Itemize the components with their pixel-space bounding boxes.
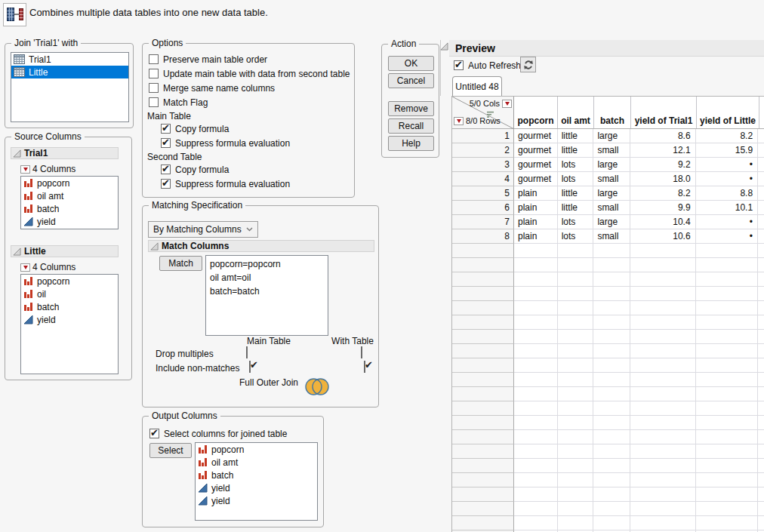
column-item[interactable]: oil amt: [196, 456, 317, 469]
cell[interactable]: [558, 358, 594, 373]
update-main-table-checkbox[interactable]: [149, 69, 159, 78]
cell[interactable]: [558, 487, 594, 502]
cell[interactable]: [514, 244, 558, 258]
cell[interactable]: small: [593, 172, 630, 186]
cell[interactable]: [514, 430, 558, 444]
source-columns-list-little[interactable]: popcornoilbatchyield: [20, 274, 119, 374]
matching-method-dropdown[interactable]: By Matching Columns: [148, 221, 258, 238]
cell[interactable]: 10.6: [630, 229, 695, 244]
cell[interactable]: [696, 444, 759, 459]
cell[interactable]: plain: [514, 215, 558, 229]
cell[interactable]: [514, 387, 558, 401]
output-columns-list[interactable]: popcornoil amtbatchyieldyield: [195, 442, 318, 521]
main-copy-formula-checkbox[interactable]: [161, 124, 171, 134]
preserve-main-table-order-checkbox[interactable]: [149, 54, 159, 64]
preview-col-header[interactable]: yield of Trial1: [631, 97, 697, 128]
row-number[interactable]: [452, 416, 514, 430]
cell[interactable]: [630, 330, 695, 344]
select-columns-checkbox[interactable]: [149, 429, 159, 438]
cell[interactable]: [558, 373, 594, 387]
column-item[interactable]: yield: [21, 215, 118, 228]
row-number[interactable]: 6: [452, 201, 514, 215]
cell[interactable]: [593, 244, 630, 258]
cell[interactable]: [630, 502, 695, 516]
match-columns-header[interactable]: Match Columns: [148, 240, 374, 252]
refresh-button[interactable]: [520, 57, 536, 72]
preview-col-header[interactable]: oil amt: [558, 97, 594, 128]
cell[interactable]: [514, 287, 558, 301]
preview-col-header[interactable]: batch: [594, 97, 631, 128]
cell[interactable]: [593, 473, 630, 487]
column-item[interactable]: oil: [21, 288, 118, 300]
row-number[interactable]: [452, 401, 514, 416]
cell[interactable]: [630, 473, 695, 487]
row-number[interactable]: [452, 315, 514, 330]
row-number[interactable]: 2: [452, 143, 514, 158]
cell[interactable]: [696, 516, 759, 530]
cell[interactable]: [558, 258, 594, 272]
cell[interactable]: [593, 430, 630, 444]
cell[interactable]: [593, 387, 630, 401]
preview-col-header[interactable]: popcorn: [514, 97, 558, 128]
second-copy-formula-checkbox[interactable]: [161, 165, 171, 174]
cell[interactable]: [696, 387, 759, 401]
cell[interactable]: [558, 272, 594, 287]
match-pair-item[interactable]: popcorn=popcorn: [206, 257, 328, 271]
cell[interactable]: 18.0: [630, 172, 695, 186]
disclosure-icon[interactable]: [13, 248, 21, 256]
cell[interactable]: [514, 401, 558, 416]
cell[interactable]: [630, 258, 695, 272]
cell[interactable]: [630, 287, 695, 301]
cell[interactable]: [558, 244, 594, 258]
cell[interactable]: [514, 416, 558, 430]
cell[interactable]: 9.9: [630, 201, 695, 215]
column-item[interactable]: yield: [196, 481, 317, 494]
row-number[interactable]: [452, 301, 514, 315]
row-number[interactable]: 3: [452, 158, 514, 172]
cell[interactable]: [558, 387, 594, 401]
cell[interactable]: [630, 301, 695, 315]
cell[interactable]: little: [558, 129, 594, 143]
join-table-item-trial1[interactable]: Trial1: [11, 53, 128, 66]
cell[interactable]: [514, 344, 558, 358]
column-item[interactable]: batch: [196, 469, 317, 481]
cell[interactable]: [514, 459, 558, 473]
cell[interactable]: [630, 401, 695, 416]
row-number[interactable]: [452, 387, 514, 401]
cell[interactable]: 8.2: [696, 129, 759, 143]
merge-same-name-columns-checkbox[interactable]: [149, 83, 159, 93]
cell[interactable]: large: [593, 215, 630, 229]
cell[interactable]: [696, 416, 759, 430]
cell[interactable]: lots: [558, 215, 594, 229]
cell[interactable]: [696, 358, 759, 373]
red-triangle-menu-icon[interactable]: [502, 100, 512, 108]
cell[interactable]: [696, 244, 759, 258]
cell[interactable]: [696, 330, 759, 344]
cell[interactable]: [593, 502, 630, 516]
cell[interactable]: [630, 444, 695, 459]
row-number[interactable]: [452, 344, 514, 358]
cell[interactable]: gourmet: [514, 129, 558, 143]
cell[interactable]: small: [593, 143, 630, 158]
cell[interactable]: 12.1: [630, 143, 695, 158]
cell[interactable]: [593, 358, 630, 373]
row-number[interactable]: [452, 330, 514, 344]
cell[interactable]: [514, 315, 558, 330]
cell[interactable]: small: [593, 229, 630, 244]
recall-button[interactable]: Recall: [388, 118, 434, 134]
outline-header-little[interactable]: Little: [11, 245, 119, 257]
row-number[interactable]: 7: [452, 215, 514, 229]
cell[interactable]: [630, 416, 695, 430]
cell[interactable]: •: [696, 172, 759, 186]
cell[interactable]: [514, 516, 558, 530]
cell[interactable]: [630, 358, 695, 373]
preview-header[interactable]: Preview: [449, 40, 764, 57]
disclosure-icon[interactable]: [13, 149, 21, 158]
cell[interactable]: [593, 272, 630, 287]
row-number[interactable]: [452, 473, 514, 487]
columns-menu[interactable]: 5/0 Cols: [470, 99, 512, 108]
cell[interactable]: [630, 272, 695, 287]
cell[interactable]: [514, 272, 558, 287]
match-pair-item[interactable]: batch=batch: [206, 284, 328, 298]
cell[interactable]: [514, 258, 558, 272]
